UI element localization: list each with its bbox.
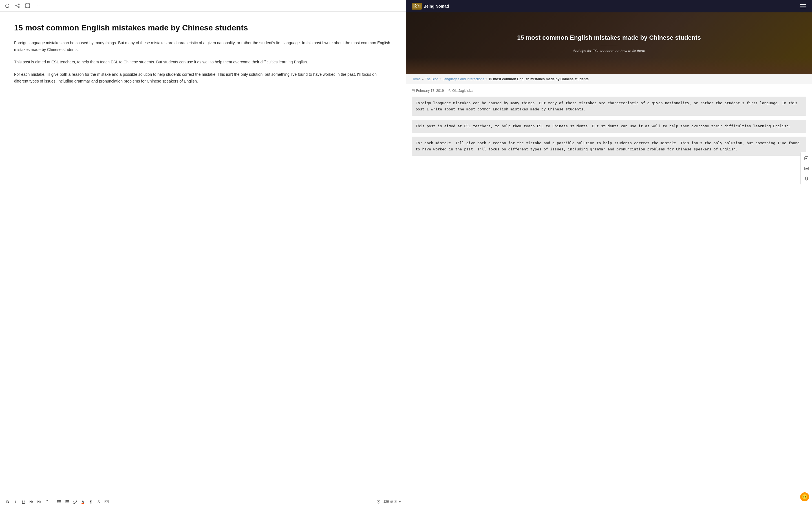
bold-button[interactable]: B	[4, 499, 11, 505]
hamburger-menu-icon[interactable]	[800, 4, 806, 8]
more-options-icon[interactable]: ···	[35, 3, 41, 8]
svg-rect-13	[66, 501, 69, 502]
svg-rect-7	[58, 501, 61, 502]
editor-paragraph-1: Foreign language mistakes can be caused …	[14, 40, 392, 53]
hero-title: 15 most common English mistakes made by …	[517, 34, 701, 42]
paragraph-button[interactable]: ¶	[88, 499, 94, 505]
hero-subtitle: And tips for ESL teachers on how to fix …	[517, 49, 701, 53]
toolbar-divider-1	[53, 499, 53, 504]
svg-line-4	[17, 6, 18, 7]
svg-rect-6	[58, 500, 61, 501]
svg-point-0	[18, 4, 19, 5]
hero-pencils-decoration	[406, 57, 812, 74]
h2-button[interactable]: H2	[36, 499, 42, 505]
svg-point-2	[15, 5, 17, 6]
refresh-icon[interactable]	[4, 3, 10, 8]
text-color-button[interactable]: A	[80, 499, 86, 505]
breadcrumb-nav: Home » The Blog » Languages and Interact…	[412, 77, 806, 81]
breadcrumb-sep-1: »	[422, 77, 424, 81]
breadcrumb-blog[interactable]: The Blog	[425, 77, 439, 81]
unordered-list-button[interactable]	[56, 499, 62, 505]
svg-line-32	[806, 168, 807, 169]
h1-button[interactable]: H1	[28, 499, 35, 505]
logo-icon	[412, 3, 422, 10]
breadcrumb-sep-2: »	[440, 77, 442, 81]
breadcrumb-home[interactable]: Home	[412, 77, 421, 81]
check-tool-button[interactable]	[802, 154, 810, 162]
svg-rect-18	[105, 500, 108, 503]
svg-rect-14	[66, 503, 69, 503]
strikethrough-button[interactable]: S	[96, 499, 102, 505]
underline-button[interactable]: U	[20, 499, 27, 505]
breadcrumb-category[interactable]: Languages and Interactions	[442, 77, 484, 81]
meta-date: February 17, 2019	[412, 89, 444, 93]
editor-top-toolbar: ···	[0, 0, 406, 11]
editor-panel: ··· 15 most common English mistakes made…	[0, 0, 406, 507]
meta-author: Ola Jagielska	[448, 89, 472, 93]
svg-marker-33	[805, 177, 808, 179]
editor-paragraph-3: For each mistake, I'll give both a reaso…	[14, 71, 392, 85]
svg-point-10	[57, 501, 58, 502]
breadcrumb-sep-3: »	[486, 77, 488, 81]
svg-point-9	[57, 500, 58, 501]
article-area: February 17, 2019 Ola Jagielska Foreign …	[406, 84, 812, 164]
layer-tool-button[interactable]	[802, 175, 810, 182]
code-tool-button[interactable]	[802, 165, 810, 172]
hero-divider	[601, 45, 617, 45]
blog-nav-header: Being Nomad	[406, 0, 812, 12]
time-icon	[375, 499, 382, 505]
italic-button[interactable]: I	[12, 499, 18, 505]
emoji-feedback-button[interactable]: 🙂	[800, 492, 809, 501]
insert-image-button[interactable]	[103, 499, 110, 505]
hero-section: 15 most common English mistakes made by …	[406, 12, 812, 74]
svg-rect-25	[412, 90, 415, 92]
article-author: Ola Jagielska	[452, 89, 472, 93]
hero-content: 15 most common English mistakes made by …	[511, 34, 707, 53]
svg-point-11	[57, 503, 58, 503]
svg-line-3	[17, 4, 18, 5]
blog-logo-text: Being Nomad	[423, 4, 449, 8]
article-paragraph-3: For each mistake, I'll give both a reaso…	[412, 136, 806, 156]
side-tools-panel	[801, 152, 812, 185]
link-button[interactable]	[72, 499, 78, 505]
browser-preview-panel: Being Nomad 15 most common English mista…	[406, 0, 812, 507]
breadcrumb-current: 15 most common English mistakes made by …	[488, 77, 589, 81]
editor-format-toolbar: B I U H1 H2 " 1. 2. 3.	[0, 496, 406, 507]
breadcrumb-bar: Home » The Blog » Languages and Interact…	[406, 74, 812, 84]
svg-text:3.: 3.	[65, 502, 66, 504]
article-date: February 17, 2019	[416, 89, 444, 93]
svg-point-1	[18, 6, 19, 8]
article-paragraph-1: Foreign language mistakes can be caused …	[412, 97, 806, 116]
editor-content-area[interactable]: 15 most common English mistakes made by …	[0, 11, 406, 496]
svg-rect-30	[805, 157, 808, 160]
ordered-list-button[interactable]: 1. 2. 3.	[64, 499, 70, 505]
blog-logo: Being Nomad	[412, 3, 449, 10]
article-meta: February 17, 2019 Ola Jagielska	[412, 89, 806, 93]
article-title: 15 most common English mistakes made by …	[14, 23, 392, 33]
expand-icon[interactable]	[25, 3, 31, 8]
article-paragraph-2: This post is aimed at ESL teachers, to h…	[412, 120, 806, 133]
word-count-display: 129 单词	[384, 499, 401, 504]
svg-rect-8	[58, 503, 61, 503]
svg-rect-5	[26, 4, 30, 8]
share-icon[interactable]	[15, 3, 20, 8]
svg-rect-12	[66, 500, 69, 501]
word-count-text: 129 单词	[384, 499, 397, 504]
blockquote-button[interactable]: "	[44, 499, 50, 505]
svg-rect-24	[418, 4, 421, 8]
svg-point-23	[416, 5, 417, 6]
editor-paragraph-2: This post is aimed at ESL teachers, to h…	[14, 59, 392, 66]
